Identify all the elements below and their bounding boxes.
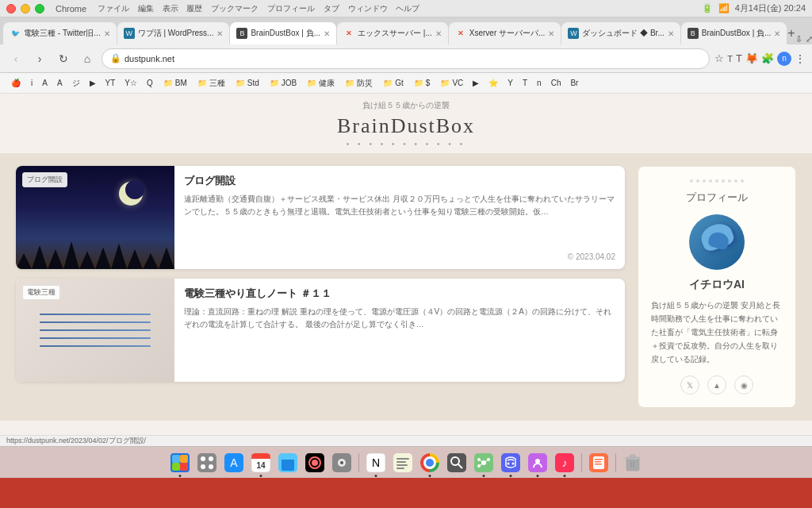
dock-separator-3 [615,453,616,472]
article-card-1[interactable]: ブログ開設 ブログ開設 遠距離通勤（交通費自腹）＋サービス残業・サービス休出 月… [16,166,625,269]
bookmark-gt[interactable]: 📁Gt [378,76,408,90]
tab-wapkatsu[interactable]: W ワプ活 | WordPress... ✕ [117,22,230,44]
bookmark-y[interactable]: Y☆ [121,77,141,89]
dock-search[interactable] [445,451,469,475]
bookmark-std[interactable]: 📁Std [231,76,263,90]
new-tab-button[interactable]: + [787,22,795,44]
tab-xserver2[interactable]: ✕ Xserver サーバーパ... ✕ [449,22,561,44]
text-icon[interactable]: T [727,54,733,64]
dock-textedit[interactable] [391,451,415,475]
dock-mindnode[interactable] [472,451,496,475]
menu-history[interactable]: 履歴 [186,4,202,13]
dock-notion[interactable]: N [364,451,388,475]
article-card-2[interactable]: 電験三種 電験三種やり直しノート ＃１１ 理論：直流回路：重ねの理 解説 重ねの… [16,279,625,382]
tab-close-xserver2[interactable]: ✕ [548,29,554,38]
bookmark-br[interactable]: Br [566,77,582,89]
extension-icon[interactable]: 🦊 [745,52,758,64]
dock-photos[interactable] [303,451,327,475]
bookmark-sanshyu[interactable]: 📁三種 [193,76,229,90]
bookmark-dollar[interactable]: 📁$ [409,76,435,90]
svg-rect-56 [626,457,640,460]
dock-appstore[interactable]: A [222,451,246,475]
dock-system-prefs[interactable] [330,451,354,475]
dock-pages[interactable] [587,451,611,475]
tab-label-braindust2: BrainDustBox | 負... [702,28,772,39]
forward-button[interactable]: › [30,49,49,68]
folder-gt-icon: 📁 [382,78,393,89]
twitter-social-icon[interactable]: 𝕏 [680,375,699,394]
tab-braindust-active[interactable]: B BrainDustBox | 負... ✕ [230,22,336,44]
bookmarks-bar: 🍎 i A A ジ ▶ YT Y☆ Q 📁BM 📁三種 📁Std 📁JOB 📁健… [0,73,812,94]
tab-minimize-icon[interactable]: ⇩ [795,34,802,44]
dock-chrome[interactable] [418,451,442,475]
dock-calendar[interactable]: 14 [249,451,273,475]
dock-podcasts[interactable] [526,451,550,475]
bookmark-star[interactable]: ⭐ [485,77,502,89]
tab-close-twitter[interactable]: ✕ [104,29,110,38]
address-bar[interactable]: 🔒 dustpunk.net [102,48,710,69]
menu-help[interactable]: ヘルプ [396,4,419,13]
tab-bar-controls: ⇩ ⤢ [795,34,812,44]
bookmark-q[interactable]: Q [143,77,157,89]
browser-content: 負け組５５歳からの逆襲 BrainDustBox • • • • • • • •… [0,94,812,435]
extensions-icon[interactable]: 🧩 [761,52,774,64]
article-img-1: ブログ開設 [16,166,174,269]
tab-twitter[interactable]: 🐦 電験三種 - Twitter旧... ✕ [3,22,117,44]
dock-discord[interactable] [499,451,523,475]
tab-xserver1[interactable]: ✕ エックスサーバー |... ✕ [337,22,448,44]
menu-bookmarks[interactable]: ブックマーク [211,4,259,13]
tab-label-twitter: 電験三種 - Twitter旧... [24,28,101,39]
dock-trash[interactable] [621,451,645,475]
tab-close-xserver1[interactable]: ✕ [435,29,442,38]
dock-music[interactable]: ♪ [553,451,576,475]
star-icon[interactable]: ☆ [714,52,724,64]
menu-window[interactable]: ウィンドウ [348,4,388,13]
tab-expand-icon[interactable]: ⤢ [806,34,812,44]
bookmark-ch[interactable]: Ch [547,77,565,89]
profile-icon[interactable]: n [777,52,791,66]
tab-braindust2[interactable]: B BrainDustBox | 負... ✕ [681,22,787,44]
bookmark-a1[interactable]: A [38,77,52,89]
translate-icon[interactable]: T [736,52,742,64]
dock-launchpad[interactable] [195,451,219,475]
tab-close-braindust2[interactable]: ✕ [774,29,780,38]
bookmark-play[interactable]: ▶ [86,77,100,89]
bookmark-arrow-more[interactable]: ▶ [469,77,483,89]
bookmark-job[interactable]: 📁JOB [265,76,301,90]
tab-close-wapkatsu[interactable]: ✕ [216,29,223,38]
maximize-button[interactable] [35,4,44,13]
bookmark-n[interactable]: n [533,77,546,89]
site-tagline: 負け組５５歳からの逆襲 [0,100,812,111]
bookmark-apple[interactable]: 🍎 [6,76,25,90]
bookmark-y2[interactable]: Y [504,77,517,89]
bookmark-bm[interactable]: 📁BM [159,76,191,90]
bookmark-i[interactable]: i [27,77,36,89]
menu-edit[interactable]: 編集 [138,4,154,13]
feed-social-icon[interactable]: ▲ [707,375,726,394]
tab-close-braindust-active[interactable]: ✕ [324,29,330,38]
menu-file[interactable]: ファイル [98,4,129,13]
bookmark-health[interactable]: 📁健康 [302,76,339,90]
bookmark-a2[interactable]: A [53,77,67,89]
svg-point-44 [507,462,509,464]
bookmark-disaster[interactable]: 📁防災 [340,76,377,90]
home-button[interactable]: ⌂ [78,49,97,68]
close-button[interactable] [6,4,16,13]
dock-files[interactable] [276,451,300,475]
menu-view[interactable]: 表示 [163,4,178,13]
notebook-line-1 [40,314,151,315]
rss-social-icon[interactable]: ◉ [734,375,753,394]
bookmark-yt[interactable]: YT [102,77,120,89]
reload-button[interactable]: ↻ [54,49,73,68]
back-button[interactable]: ‹ [6,49,25,68]
dock-finder[interactable] [168,451,192,475]
menu-profile[interactable]: プロフィール [267,4,315,13]
menu-tab[interactable]: タブ [324,4,339,13]
tab-dashboard[interactable]: W ダッシュボード ◆ Br... ✕ [561,22,680,44]
bookmark-ji[interactable]: ジ [68,76,84,90]
bookmark-t[interactable]: T [519,77,531,89]
bookmark-vc[interactable]: 📁VC [435,76,467,90]
menu-dots[interactable]: ⋮ [795,52,806,65]
minimize-button[interactable] [21,4,30,13]
tab-close-dashboard[interactable]: ✕ [668,29,674,38]
